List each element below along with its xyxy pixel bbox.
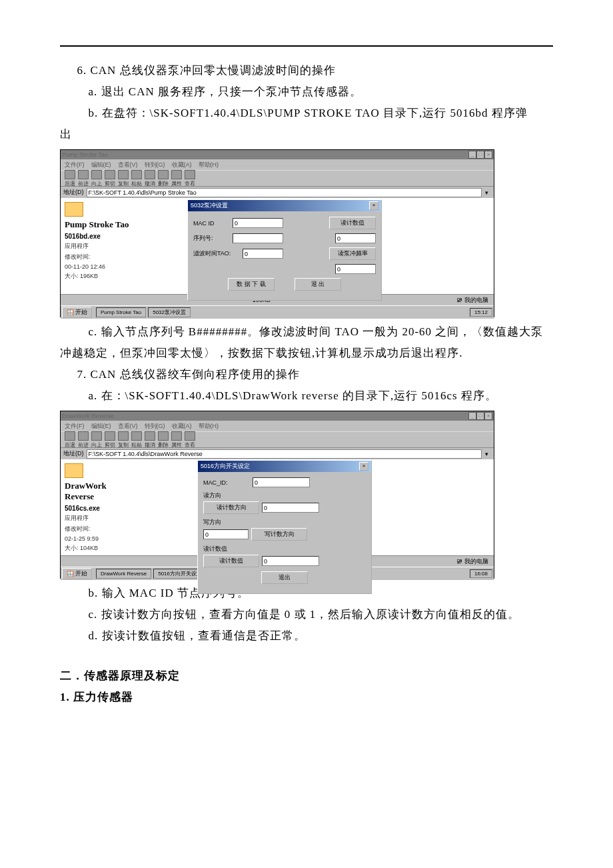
dropdown-icon[interactable]: ▾: [482, 451, 491, 457]
input-serial[interactable]: [233, 233, 283, 243]
tb-cut[interactable]: 剪切: [105, 431, 115, 449]
start-button[interactable]: 🪟开始: [62, 568, 92, 579]
size-label: 大小:: [65, 545, 79, 551]
dropdown-icon[interactable]: ▾: [482, 189, 491, 196]
pump-dialog: 5032泵冲设置 × MAC ID 读计数值 序列号: 滤波时间TAO: 读泵冲…: [187, 199, 382, 301]
addr-label: 地址(D): [63, 188, 84, 197]
item7-c: c. 按读计数方向按钮，查看方向值是 0 或 1，然后输入原读计数方向值相反的值…: [60, 604, 553, 625]
btn-write-dir[interactable]: 写计数方向: [251, 528, 307, 541]
window-controls: _□×: [468, 412, 492, 420]
screenshot2-window: DrawWork Reverse _□× 文件(F) 编辑(E) 查看(V) 转…: [60, 411, 494, 579]
output-rate: [335, 264, 376, 274]
btn-read-cnt[interactable]: 读计数值: [203, 555, 259, 567]
file-name: 5016cs.exe: [65, 505, 181, 512]
mod-value: 00-11-20 12:46: [65, 263, 181, 270]
info-pane: Pump Stroke Tao 5016bd.exe 应用程序 修改时间: 00…: [61, 198, 185, 294]
menubar: 文件(F) 编辑(E) 查看(V) 转到(G) 收藏(A) 帮助(H): [61, 421, 494, 431]
minimize-icon[interactable]: _: [468, 412, 476, 420]
tb-back[interactable]: 后退: [65, 170, 75, 187]
tb-copy[interactable]: 复制: [118, 170, 129, 187]
mod-value: 02-1-25 9:59: [65, 535, 181, 542]
btn-download[interactable]: 数 据 下 载: [228, 278, 275, 291]
dialog-close-icon[interactable]: ×: [359, 462, 368, 471]
tb-cut[interactable]: 剪切: [105, 170, 115, 187]
menu-item[interactable]: 查看(V): [118, 161, 138, 169]
item7-title: 7. CAN 总线仪器绞车倒向程序使用的操作: [60, 364, 553, 385]
item6-a: a. 退出 CAN 服务程序，只接一个泵冲节点传感器。: [60, 81, 553, 103]
tb-up[interactable]: 向上: [91, 431, 102, 449]
size-label: 大小:: [65, 273, 79, 279]
file-name: 5016bd.exe: [65, 233, 181, 240]
addr-input[interactable]: [87, 449, 482, 459]
tb-delete[interactable]: 删除: [158, 431, 169, 449]
maximize-icon[interactable]: □: [476, 412, 484, 420]
input-macid[interactable]: [253, 477, 310, 487]
label-macid: MAC ID: [193, 220, 230, 227]
label-macid: MAC_ID:: [203, 479, 250, 486]
input-write-dir[interactable]: [203, 529, 249, 539]
task-item[interactable]: DrawWork Reverse: [96, 569, 151, 579]
label-readdir: 读方向: [203, 491, 366, 500]
tb-view[interactable]: 查看: [185, 431, 195, 449]
start-button[interactable]: 🪟开始: [62, 307, 92, 318]
input-tao[interactable]: [243, 249, 283, 259]
size-value: 104KB: [80, 545, 98, 551]
task-item[interactable]: 5032泵冲设置: [148, 307, 191, 317]
menu-item[interactable]: 编辑(E): [91, 161, 111, 169]
output-count: [335, 233, 376, 243]
btn-exit[interactable]: 退 出: [295, 278, 341, 291]
menu-item[interactable]: 帮助(H): [199, 422, 219, 431]
tb-copy[interactable]: 复制: [118, 431, 129, 449]
drawwork-dialog: 5016方向开关设定 × MAC_ID: 读方向 读计数方向 写方向 写计数方向…: [197, 460, 372, 594]
tb-paste[interactable]: 粘贴: [131, 170, 142, 187]
tb-up[interactable]: 向上: [91, 170, 102, 187]
menu-item[interactable]: 帮助(H): [199, 161, 219, 169]
addr-label: 地址(D): [63, 449, 84, 458]
task-item[interactable]: Pump Stroke Tao: [96, 307, 146, 317]
info-pane: DrawWorkReverse 5016cs.exe 应用程序 修改时间: 02…: [61, 459, 185, 555]
item6-b: b. 在盘符：\SK-SOFT1.40.4\DLS\PUMP STROKE TA…: [60, 103, 553, 124]
dialog-titlebar: 5032泵冲设置 ×: [188, 200, 381, 211]
tb-fwd[interactable]: 前进: [78, 431, 89, 449]
section2-item1: 1. 压力传感器: [60, 687, 553, 708]
folder-icon: [65, 202, 83, 217]
menu-item[interactable]: 转到(G): [145, 161, 165, 169]
screenshot1-window: Pump Stroke Tao _□× 文件(F) 编辑(E) 查看(V) 转到…: [60, 149, 494, 317]
btn-read-count[interactable]: 读计数值: [329, 217, 376, 229]
btn-exit[interactable]: 退出: [261, 571, 308, 584]
menu-item[interactable]: 转到(G): [145, 422, 165, 431]
tb-delete[interactable]: 删除: [158, 170, 169, 187]
system-tray: 16:08: [470, 569, 492, 578]
tb-prop[interactable]: 属性: [171, 170, 182, 187]
item6-c: c. 输入节点序列号 B########。修改滤波时间 TAO 一般为 20-6…: [60, 321, 553, 364]
menu-item[interactable]: 文件(F): [65, 161, 85, 169]
tb-prop[interactable]: 属性: [171, 431, 182, 449]
output-read-cnt: [262, 556, 319, 566]
close-icon[interactable]: ×: [484, 412, 492, 420]
btn-read-dir[interactable]: 读计数方向: [203, 501, 259, 514]
menu-item[interactable]: 查看(V): [118, 422, 138, 431]
status-loc: 🖳 我的电脑: [456, 296, 488, 305]
tb-undo[interactable]: 撤消: [145, 170, 155, 187]
addr-input[interactable]: [87, 188, 482, 197]
maximize-icon[interactable]: □: [476, 151, 484, 159]
tb-view[interactable]: 查看: [185, 170, 195, 187]
dialog-close-icon[interactable]: ×: [369, 201, 378, 210]
item6-b-end: 出: [60, 124, 553, 145]
item7-a: a. 在：\SK-SOFT1.40.4\DLS\DrawWork reverse…: [60, 385, 553, 407]
menu-item[interactable]: 编辑(E): [91, 422, 111, 431]
menu-item[interactable]: 文件(F): [65, 422, 85, 431]
minimize-icon[interactable]: _: [468, 151, 476, 159]
tb-fwd[interactable]: 前进: [78, 170, 89, 187]
btn-read-rate[interactable]: 读泵冲频率: [329, 247, 376, 260]
toolbar: 后退 前进 向上 剪切 复制 粘贴 撤消 删除 属性 查看: [61, 431, 494, 447]
tb-back[interactable]: 后退: [65, 431, 75, 449]
menu-item[interactable]: 收藏(A): [172, 422, 192, 431]
tb-undo[interactable]: 撤消: [145, 431, 155, 449]
tb-paste[interactable]: 粘贴: [131, 431, 142, 449]
close-icon[interactable]: ×: [484, 151, 492, 159]
input-macid[interactable]: [233, 218, 283, 228]
label-serial: 序列号:: [193, 234, 230, 243]
output-read-dir: [262, 503, 319, 513]
menu-item[interactable]: 收藏(A): [172, 161, 192, 169]
